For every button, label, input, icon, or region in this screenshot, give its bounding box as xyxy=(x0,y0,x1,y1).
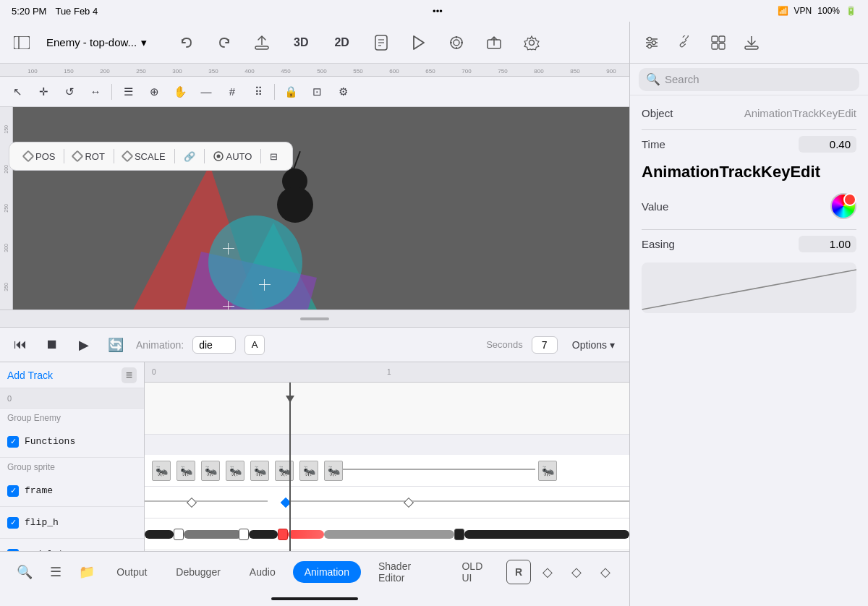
upload-button[interactable] xyxy=(249,30,275,56)
list-tab-icon[interactable]: ☰ xyxy=(43,559,68,585)
time-input[interactable] xyxy=(799,136,856,153)
options-button[interactable]: Options ▾ xyxy=(566,336,621,354)
stop-button[interactable]: ⏹ xyxy=(41,333,64,357)
skip-back-button[interactable]: ⏮ xyxy=(9,333,32,357)
flip-h-checkbox[interactable]: ✓ xyxy=(7,517,19,529)
modulate-knob-red[interactable] xyxy=(278,529,288,540)
shader-editor-tab[interactable]: Shader Editor xyxy=(367,555,451,589)
object-label: Object xyxy=(642,107,673,119)
old-ui-button[interactable]: OLD UI xyxy=(456,558,501,586)
grid-tool[interactable]: # xyxy=(221,80,244,103)
crosshair-3 xyxy=(223,301,234,310)
ruler-mark: 700 xyxy=(448,68,485,74)
search-input[interactable] xyxy=(665,73,852,85)
timeline-playhead[interactable] xyxy=(289,383,291,551)
sidebar-toggle-button[interactable] xyxy=(9,30,35,56)
ruler-mark: 550 xyxy=(340,68,376,74)
pan-tool[interactable]: ✋ xyxy=(169,80,192,103)
file-name[interactable]: Enemy - top-dow... ▾ xyxy=(46,36,162,49)
frame-tool[interactable]: ⊡ xyxy=(305,80,328,103)
auto-button[interactable]: AUTO xyxy=(208,148,258,165)
track-labels: Add Track ≡ 0 Group Enemy ✓ Functions Gr… xyxy=(0,362,145,551)
play-anim-button[interactable]: ▶ xyxy=(72,333,95,357)
undo-button[interactable] xyxy=(174,30,200,56)
play-button[interactable] xyxy=(406,30,432,56)
right-panel-toolbar xyxy=(630,22,868,64)
file-button[interactable] xyxy=(368,30,394,56)
flip-h-track-row: ✓ flip_h xyxy=(0,507,144,539)
crosshair-1 xyxy=(223,243,234,255)
modulate-bar-end xyxy=(464,530,629,539)
flip-h-bar-2 xyxy=(195,500,268,502)
rot-button[interactable]: ROT xyxy=(67,148,110,165)
animation-icon-btn[interactable]: A xyxy=(244,335,265,355)
diamond-right-button[interactable]: ◇ xyxy=(593,560,618,584)
settings-button[interactable] xyxy=(519,30,545,56)
ruler-mark: 750 xyxy=(485,68,521,74)
r-icon-button[interactable]: R xyxy=(506,560,531,584)
download-button-right[interactable] xyxy=(739,30,765,56)
diamond-center-button[interactable]: ◇ xyxy=(564,560,589,584)
rotate-tool[interactable]: ↺ xyxy=(58,80,81,103)
playhead-triangle xyxy=(286,396,294,403)
grid-button-right[interactable] xyxy=(705,30,731,56)
2d-button[interactable]: 2D xyxy=(327,32,356,54)
select-tool[interactable]: ↖ xyxy=(6,80,29,103)
modulate-bar-4 xyxy=(324,530,454,539)
folder-tab-icon[interactable]: 📁 xyxy=(74,559,99,585)
flip-h-kf-1[interactable] xyxy=(187,498,197,508)
functions-timeline-row xyxy=(145,403,629,435)
redo-button[interactable] xyxy=(211,30,237,56)
easing-input[interactable] xyxy=(799,236,856,252)
sliders-button[interactable] xyxy=(639,30,665,56)
track-list-icon[interactable]: ≡ xyxy=(122,367,137,383)
flip-h-bar-right xyxy=(412,500,629,502)
frame-checkbox[interactable]: ✓ xyxy=(7,485,19,497)
lock-tool[interactable]: 🔒 xyxy=(279,80,302,103)
settings-tool[interactable]: ⚙ xyxy=(331,80,354,103)
seconds-value[interactable]: 7 xyxy=(532,336,558,354)
move-tool[interactable]: ✛ xyxy=(32,80,55,103)
flip-h-bar-left xyxy=(145,500,188,502)
modulate-track-row: ✓ modulate xyxy=(0,539,144,551)
top-ruler: 100 150 200 250 300 350 400 450 500 550 … xyxy=(0,64,629,77)
value-label: Value xyxy=(642,200,668,213)
flip-tool[interactable]: ↔ xyxy=(84,80,107,103)
zoom-tool[interactable]: ⊕ xyxy=(142,80,166,103)
scene-canvas[interactable] xyxy=(13,107,629,310)
home-bar xyxy=(271,597,358,600)
list-tool[interactable]: ☰ xyxy=(116,80,140,103)
modulate-knob-1[interactable] xyxy=(174,529,184,540)
line-tool[interactable]: — xyxy=(195,80,218,103)
scale-button[interactable]: SCALE xyxy=(117,148,171,165)
ruler-mark: 850 xyxy=(557,68,593,74)
3d-button[interactable]: 3D xyxy=(286,32,315,54)
timeline-area[interactable]: 0 1 🐜 xyxy=(145,362,629,551)
diamond-left-button[interactable]: ◇ xyxy=(535,560,560,584)
debugger-tab[interactable]: Debugger xyxy=(164,561,232,583)
timeline-header: 0 1 xyxy=(145,362,629,383)
drag-handle-bar[interactable] xyxy=(0,310,629,327)
modulate-knob-2[interactable] xyxy=(239,529,249,540)
loop-button[interactable]: 🔄 xyxy=(104,333,127,357)
modulate-knob-end[interactable] xyxy=(454,529,464,540)
target-button[interactable] xyxy=(443,30,469,56)
link-button[interactable]: 🔗 xyxy=(178,148,201,165)
svg-rect-27 xyxy=(712,36,718,42)
output-tab[interactable]: Output xyxy=(105,561,158,583)
add-track-button[interactable]: Add Track xyxy=(7,370,53,381)
dots-tool[interactable]: ⠿ xyxy=(247,80,270,103)
audio-tab[interactable]: Audio xyxy=(238,561,287,583)
transform-sep-2 xyxy=(114,149,114,163)
animation-tab[interactable]: Animation xyxy=(293,561,361,583)
pos-button[interactable]: POS xyxy=(18,148,61,165)
color-swatch[interactable] xyxy=(830,193,856,219)
animation-name[interactable]: die xyxy=(192,336,236,354)
frame-track-name: frame xyxy=(25,485,53,496)
layout-button[interactable]: ⊟ xyxy=(264,148,284,165)
flip-h-kf-3[interactable] xyxy=(404,498,414,508)
share-button[interactable] xyxy=(481,30,507,56)
search-tab-icon[interactable]: 🔍 xyxy=(12,559,37,585)
link-button-right[interactable] xyxy=(672,30,698,56)
functions-checkbox[interactable]: ✓ xyxy=(7,436,19,448)
